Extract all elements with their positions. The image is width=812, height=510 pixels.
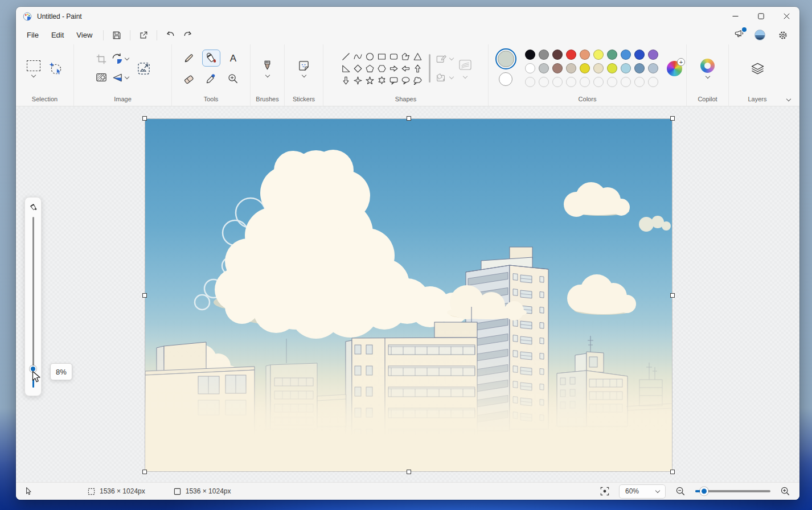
pencil-tool-button[interactable] (180, 50, 198, 67)
color-picker-tool-button[interactable] (202, 70, 220, 87)
selection-handle[interactable] (670, 470, 675, 474)
maximize-button[interactable] (748, 7, 774, 26)
ribbon-collapse-chevron-icon[interactable] (786, 97, 791, 101)
shape-polygon[interactable] (400, 51, 412, 63)
shape-diamond[interactable] (352, 63, 364, 75)
brushes-button[interactable] (261, 60, 273, 72)
zoom-in-button[interactable] (780, 486, 790, 496)
flip-dropdown-chevron-icon[interactable] (124, 75, 129, 79)
rotate-dropdown-chevron-icon[interactable] (124, 56, 129, 60)
palette-empty-slot[interactable] (566, 77, 576, 87)
minimize-button[interactable] (723, 7, 748, 26)
rectangle-select-button[interactable] (27, 60, 40, 71)
palette-color-2-4[interactable] (580, 63, 590, 73)
palette-empty-slot[interactable] (621, 77, 631, 87)
palette-empty-slot[interactable] (593, 77, 604, 87)
fill-dropdown-chevron-icon[interactable] (449, 75, 453, 79)
selection-handle[interactable] (142, 116, 147, 121)
shape-star-five[interactable] (364, 75, 376, 87)
crop-button[interactable] (96, 54, 107, 65)
zoom-out-button[interactable] (675, 486, 686, 496)
stroke-dropdown-chevron-icon[interactable] (462, 74, 467, 79)
background-color-swatch[interactable] (499, 72, 512, 86)
redo-button[interactable] (179, 28, 196, 43)
close-button[interactable] (774, 7, 799, 26)
title-bar[interactable]: Untitled - Paint (16, 7, 799, 26)
palette-color-2-1[interactable] (539, 63, 549, 73)
stickers-button[interactable] (298, 60, 310, 72)
outline-dropdown-chevron-icon[interactable] (449, 56, 453, 60)
account-avatar[interactable] (754, 30, 765, 40)
magnifier-tool-button[interactable] (224, 70, 243, 87)
palette-color-2-2[interactable] (552, 63, 563, 73)
palette-color-1-5[interactable] (593, 50, 604, 60)
zoom-slider-track[interactable] (695, 490, 770, 492)
shape-line[interactable] (340, 51, 352, 63)
shape-hexagon[interactable] (376, 63, 388, 75)
copilot-icon[interactable] (700, 59, 715, 73)
feedback-megaphone-icon[interactable] (734, 29, 745, 42)
brushes-dropdown-chevron-icon[interactable] (265, 73, 269, 77)
resize-image-button[interactable] (137, 62, 150, 75)
palette-color-2-9[interactable] (648, 63, 658, 73)
stroke-size-button[interactable] (458, 59, 472, 71)
selection-handle[interactable] (670, 116, 675, 121)
shape-triangle[interactable] (412, 51, 424, 63)
palette-color-1-3[interactable] (566, 50, 576, 60)
magic-select-button[interactable] (48, 61, 63, 76)
canvas[interactable] (145, 119, 672, 471)
shape-fill-button[interactable] (436, 72, 447, 84)
palette-color-1-9[interactable] (648, 50, 658, 60)
undo-button[interactable] (162, 28, 179, 43)
zoom-dropdown[interactable]: 60% (619, 484, 666, 499)
selection-handle[interactable] (407, 470, 411, 474)
shape-arrow-left[interactable] (400, 63, 412, 75)
menu-view[interactable]: View (70, 28, 99, 42)
edit-colors-wheel-button[interactable]: + (667, 61, 682, 76)
palette-empty-slot[interactable] (580, 77, 590, 87)
selection-handle[interactable] (142, 293, 147, 298)
fill-tool-button[interactable] (202, 50, 220, 67)
palette-color-2-8[interactable] (634, 63, 645, 73)
selection-handle[interactable] (407, 116, 411, 121)
palette-color-1-0[interactable] (525, 50, 535, 60)
palette-empty-slot[interactable] (607, 77, 617, 87)
palette-color-1-4[interactable] (580, 50, 590, 60)
selection-handle[interactable] (142, 470, 147, 474)
selection-dropdown-chevron-icon[interactable] (31, 72, 36, 77)
shape-star-four[interactable] (352, 75, 364, 87)
palette-color-2-6[interactable] (607, 63, 617, 73)
fit-to-screen-button[interactable] (600, 487, 609, 496)
save-button[interactable] (108, 28, 125, 43)
palette-color-1-6[interactable] (607, 50, 617, 60)
palette-color-1-8[interactable] (634, 50, 645, 60)
menu-file[interactable]: File (20, 28, 45, 42)
shape-arrow-right[interactable] (388, 63, 400, 75)
palette-color-2-0[interactable] (525, 63, 535, 73)
palette-color-1-7[interactable] (621, 50, 631, 60)
shape-outline-button[interactable] (436, 54, 447, 65)
settings-gear-icon[interactable] (774, 28, 792, 43)
palette-empty-slot[interactable] (525, 77, 535, 87)
flip-button[interactable] (111, 72, 123, 84)
palette-color-1-2[interactable] (552, 50, 563, 60)
palette-color-2-5[interactable] (593, 63, 604, 73)
layers-button[interactable] (751, 62, 765, 75)
shape-star-six[interactable] (376, 75, 388, 87)
shape-callout-cloud[interactable] (412, 75, 424, 87)
shape-ellipse[interactable] (364, 51, 376, 63)
palette-empty-slot[interactable] (648, 77, 658, 87)
zoom-slider-thumb[interactable] (700, 487, 708, 496)
palette-empty-slot[interactable] (552, 77, 563, 87)
palette-color-1-1[interactable] (539, 50, 549, 60)
shape-rounded-rectangle[interactable] (388, 51, 400, 63)
shape-rectangle[interactable] (376, 51, 388, 63)
palette-empty-slot[interactable] (634, 77, 645, 87)
palette-color-2-7[interactable] (621, 63, 631, 73)
stickers-dropdown-chevron-icon[interactable] (301, 73, 306, 77)
shape-pentagon[interactable] (364, 63, 376, 75)
menu-edit[interactable]: Edit (45, 28, 70, 42)
shape-right-triangle[interactable] (340, 63, 352, 75)
shape-arrow-up[interactable] (412, 63, 424, 75)
palette-color-2-3[interactable] (566, 63, 576, 73)
